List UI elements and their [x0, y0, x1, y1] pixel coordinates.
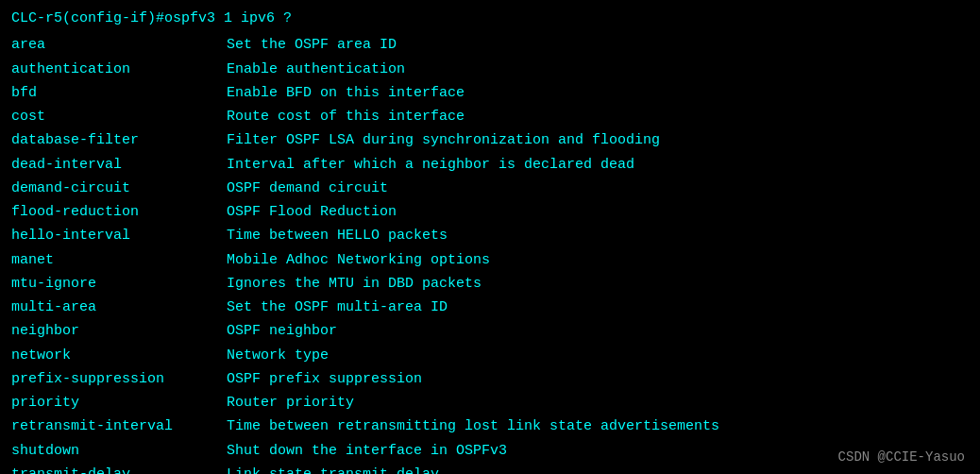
table-row: demand-circuitOSPF demand circuit	[11, 177, 969, 200]
table-row: manetMobile Adhoc Networking options	[11, 248, 969, 272]
command-desc: Time between HELLO packets	[219, 224, 969, 247]
command-desc: OSPF neighbor	[219, 319, 969, 343]
command-name: cost	[11, 105, 219, 128]
command-name: shutdown	[11, 439, 219, 463]
table-row: costRoute cost of this interface	[11, 105, 969, 128]
command-desc: Network type	[219, 344, 969, 367]
table-row: prefix-suppressionOSPF prefix suppressio…	[11, 367, 969, 391]
command-name: flood-reduction	[11, 200, 219, 224]
table-row: flood-reductionOSPF Flood Reduction	[11, 200, 969, 224]
table-row: authenticationEnable authentication	[11, 58, 969, 81]
command-name: hello-interval	[11, 224, 219, 247]
command-name: neighbor	[11, 319, 219, 343]
command-name: prefix-suppression	[11, 367, 219, 391]
command-name: multi-area	[11, 296, 219, 319]
command-desc: Set the OSPF area ID	[219, 33, 969, 57]
command-desc: Ignores the MTU in DBD packets	[219, 272, 969, 296]
table-row: transmit-delayLink state transmit delay	[11, 463, 969, 474]
command-name: mtu-ignore	[11, 272, 219, 296]
table-row: areaSet the OSPF area ID	[11, 33, 969, 57]
command-name: database-filter	[11, 128, 219, 152]
command-name: bfd	[11, 81, 219, 105]
command-name: priority	[11, 391, 219, 415]
command-desc: Enable authentication	[219, 58, 969, 81]
command-desc: Route cost of this interface	[219, 105, 969, 128]
command-desc: Filter OSPF LSA during synchronization a…	[219, 128, 969, 152]
command-desc: OSPF prefix suppression	[219, 367, 969, 391]
table-row: shutdownShut down the interface in OSPFv…	[11, 439, 969, 463]
table-row: retransmit-intervalTime between retransm…	[11, 415, 969, 438]
command-desc: Interval after which a neighbor is decla…	[219, 153, 969, 177]
table-row: networkNetwork type	[11, 344, 969, 367]
table-row: priorityRouter priority	[11, 391, 969, 415]
command-name: authentication	[11, 58, 219, 81]
command-name: area	[11, 33, 219, 57]
command-desc: Set the OSPF multi-area ID	[219, 296, 969, 319]
command-desc: Time between retransmitting lost link st…	[219, 415, 969, 438]
command-desc: Mobile Adhoc Networking options	[219, 248, 969, 272]
terminal-window: CLC-r5(config-if)#ospfv3 1 ipv6 ? areaSe…	[0, 0, 980, 474]
command-desc: OSPF Flood Reduction	[219, 200, 969, 224]
prompt-line: CLC-r5(config-if)#ospfv3 1 ipv6 ?	[11, 8, 969, 29]
table-row: hello-intervalTime between HELLO packets	[11, 224, 969, 247]
command-desc: Router priority	[219, 391, 969, 415]
command-desc: OSPF demand circuit	[219, 177, 969, 200]
command-table: areaSet the OSPF area IDauthenticationEn…	[11, 33, 969, 474]
command-name: network	[11, 344, 219, 367]
table-row: bfdEnable BFD on this interface	[11, 81, 969, 105]
command-name: manet	[11, 248, 219, 272]
table-row: multi-areaSet the OSPF multi-area ID	[11, 296, 969, 319]
command-desc: Enable BFD on this interface	[219, 81, 969, 105]
command-name: retransmit-interval	[11, 415, 219, 438]
table-row: mtu-ignoreIgnores the MTU in DBD packets	[11, 272, 969, 296]
table-row: dead-intervalInterval after which a neig…	[11, 153, 969, 177]
watermark: CSDN @CCIE-Yasuo	[838, 449, 965, 465]
table-row: neighborOSPF neighbor	[11, 319, 969, 343]
command-name: dead-interval	[11, 153, 219, 177]
command-name: transmit-delay	[11, 463, 219, 474]
command-name: demand-circuit	[11, 177, 219, 200]
table-row: database-filterFilter OSPF LSA during sy…	[11, 128, 969, 152]
